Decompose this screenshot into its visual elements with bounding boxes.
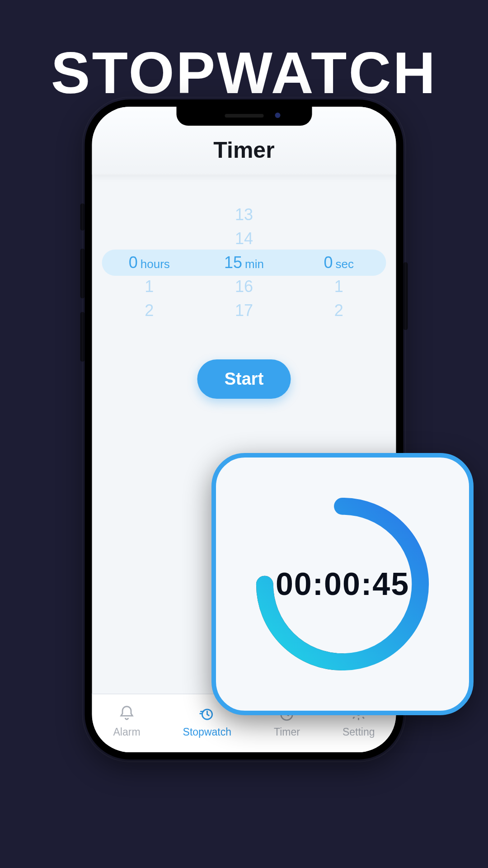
picker-minutes-selected: 15 min (197, 250, 291, 274)
tab-label: Alarm (113, 726, 141, 738)
page-title: Timer (213, 137, 274, 163)
tab-label: Stopwatch (183, 726, 231, 738)
tab-alarm[interactable]: Alarm (113, 704, 141, 738)
picker-hours-row (103, 203, 197, 226)
start-button[interactable]: Start (197, 359, 291, 399)
tab-label: Setting (343, 726, 375, 738)
stopwatch-ring: 00:00:45 (248, 489, 437, 679)
picker-seconds-value: 0 (324, 250, 333, 274)
tab-stopwatch[interactable]: Stopwatch (183, 704, 231, 738)
time-picker[interactable]: 0 hours 1 2 13 14 15 min 16 17 (102, 203, 386, 322)
alarm-icon (118, 704, 136, 724)
phone-notch (176, 107, 312, 126)
picker-minutes-row: 17 (197, 298, 291, 322)
picker-seconds-selected: 0 sec (292, 250, 386, 274)
stopwatch-icon (198, 704, 216, 724)
stopwatch-overlay-card: 00:00:45 (211, 453, 474, 715)
phone-volume-up (80, 249, 85, 298)
phone-power-button (404, 262, 408, 330)
picker-minutes-row: 16 (197, 274, 291, 298)
picker-hours-column[interactable]: 0 hours 1 2 (103, 203, 197, 322)
picker-seconds-column[interactable]: 0 sec 1 2 (292, 203, 386, 322)
picker-seconds-row (292, 203, 386, 226)
picker-minutes-value: 15 (224, 250, 242, 274)
picker-hours-value: 0 (129, 250, 138, 274)
picker-minutes-row: 14 (197, 226, 291, 250)
picker-hours-row: 1 (103, 274, 197, 298)
picker-seconds-row: 2 (292, 298, 386, 322)
picker-seconds-row (292, 226, 386, 250)
picker-hours-selected: 0 hours (103, 250, 197, 274)
phone-volume-down (80, 312, 85, 362)
picker-hours-unit: hours (141, 252, 170, 276)
picker-hours-row (103, 226, 197, 250)
picker-seconds-row: 1 (292, 274, 386, 298)
tab-label: Timer (274, 726, 300, 738)
picker-minutes-column[interactable]: 13 14 15 min 16 17 (197, 203, 291, 322)
stopwatch-elapsed: 00:00:45 (248, 489, 437, 679)
picker-seconds-unit: sec (335, 252, 353, 276)
phone-mute-switch (80, 203, 85, 231)
picker-minutes-unit: min (245, 252, 264, 276)
picker-hours-row: 2 (103, 298, 197, 322)
promo-title: STOPWATCH (0, 39, 488, 107)
picker-minutes-row: 13 (197, 203, 291, 226)
